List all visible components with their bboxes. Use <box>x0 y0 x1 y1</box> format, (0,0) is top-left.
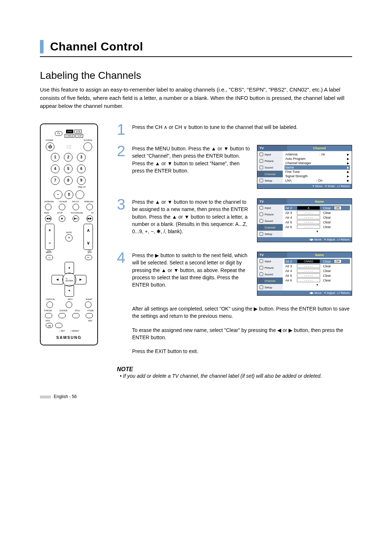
lbl-mute: MUTE <box>66 232 72 234</box>
lbl-still: STILL <box>75 310 80 312</box>
num-6: 6 <box>77 165 86 173</box>
n2-r0-val: CNN02 <box>297 259 320 263</box>
side-channel: Channel <box>265 279 275 283</box>
stop-button: ■ <box>59 215 65 222</box>
side-input: Input <box>265 153 271 156</box>
mute-button: ✕ <box>65 234 73 242</box>
osd-channel-main: Antenna: Air▶ Auto Program▶ Channel Mana… <box>283 151 352 184</box>
n2-r1-val: - - - - - <box>297 264 320 268</box>
lbl-play: PLAY/PAUSE <box>71 212 83 214</box>
row-autop: Auto Program <box>285 157 306 161</box>
step-3-text: Press the ▲ or ▼ button to move to the c… <box>132 198 250 235</box>
input-icon <box>260 206 263 210</box>
brand-logo: SAMSUNG <box>44 336 94 340</box>
sound-icon <box>260 166 263 169</box>
prech-button <box>75 190 84 199</box>
step-1-number: 1 <box>117 123 126 136</box>
after-text-3: Press the EXIT button to exit. <box>132 348 352 355</box>
side-picture: Picture <box>265 266 274 269</box>
exit-button: ⇤ <box>85 255 92 260</box>
osd-name-2: TVName Input Picture Sound Channel Setup… <box>257 252 352 296</box>
lbl-menu: MENU <box>46 252 52 254</box>
osd-sidebar-3: Input Picture Sound Channel Setup <box>257 258 283 291</box>
row-antenna: Antenna <box>285 153 298 156</box>
input-icon <box>260 259 263 263</box>
lbl-info: INFO <box>68 299 73 301</box>
ff-button: ▶▶ <box>86 215 93 222</box>
lbl-rew: REW <box>44 212 49 214</box>
osd-sidebar-2: Input Picture Sound Channel Setup <box>257 204 283 237</box>
page-title: Channel Control <box>50 40 143 53</box>
play-button: ▶II <box>73 215 79 222</box>
remote-tv: TV <box>55 131 62 136</box>
menu-button: ▭ <box>46 255 53 260</box>
step-3-number: 3 <box>117 198 126 211</box>
osd-name1-foot: ◀▶ Move✦ Adjust⮐ Return <box>257 237 352 242</box>
lbl-smode: S.MODE <box>60 310 68 312</box>
lbl-exit: EXIT <box>88 252 92 254</box>
sound-icon <box>260 272 263 276</box>
side-setup: Setup <box>265 179 272 182</box>
num-7: 7 <box>51 176 60 185</box>
osd-name2-main: Air 2CNN02ClearOK Air 3- - - - -Clear Ai… <box>283 258 352 291</box>
osd-channel-title: Channel <box>287 145 352 151</box>
n2-r1-clear: Clear <box>322 264 332 268</box>
lbl-mts: MTS <box>46 320 50 322</box>
n1-r2-val: - - - - - <box>297 215 320 219</box>
lbl-favch: FAV.CH <box>72 201 79 203</box>
n2-r3-clear: Clear <box>322 274 332 277</box>
step-1-text: Press the CH ∧ or CH ∨ button to tune to… <box>132 123 352 131</box>
step-4: 4 Press the ▶ button to switch to the ne… <box>117 252 352 296</box>
osd-tv-2: TV <box>257 199 287 204</box>
side-input: Input <box>265 206 271 210</box>
n1-r2-ch: Air 4 <box>285 216 295 219</box>
side-setup: Setup <box>265 286 272 289</box>
srs-button <box>55 323 62 328</box>
picture-icon <box>260 159 263 163</box>
lbl-prech: PRE-CH <box>44 186 94 189</box>
step-2: 2 Press the MENU button. Press the ▲ or … <box>117 145 352 189</box>
lbl-reset: ○ RESET <box>70 330 79 332</box>
lbl-source: SOURCE <box>83 139 92 142</box>
row-name: Name <box>285 166 294 169</box>
row-finetune: Fine Tune <box>285 170 300 174</box>
n1-r3-val: - - - - - <box>297 220 320 224</box>
n1-r0-val: A <box>297 206 320 210</box>
n1-r0-ok: OK <box>334 206 342 210</box>
n1-r3-clear: Clear <box>322 220 332 224</box>
title-bar: Channel Control <box>40 40 352 57</box>
side-sound: Sound <box>265 219 273 223</box>
pmode-button <box>45 313 52 318</box>
row-chmgr: Channel Manager <box>285 161 311 165</box>
channel-icon <box>260 172 263 176</box>
dpad-enter: ⊙ENTER <box>62 273 76 287</box>
num-3: 3 <box>77 153 86 162</box>
footer-bar-icon <box>40 396 51 398</box>
caption-button <box>46 301 53 308</box>
note-heading: NOTE <box>117 366 352 373</box>
side-picture: Picture <box>265 213 274 216</box>
lbl-pmode: P.MODE <box>44 310 52 312</box>
section-title: Labeling the Channels <box>40 70 352 81</box>
picture-icon <box>260 212 263 216</box>
step-2-number: 2 <box>117 145 126 157</box>
n2-r3-val: - - - - - <box>297 273 320 277</box>
n1-r1-clear: Clear <box>322 211 332 215</box>
n2-r2-val: - - - - - <box>297 269 320 273</box>
n1-r1-val: - - - - - <box>297 211 320 215</box>
rew-button: ◀◀ <box>45 215 52 222</box>
intro-text: Use this feature to assign an easy-to-re… <box>40 86 352 110</box>
smode-button <box>58 313 66 318</box>
osd-tv: TV <box>257 145 287 151</box>
remote-control: TV DVD STB CABLE VCR POWERSOURCE ⏻ <box>40 123 98 346</box>
num-1: 1 <box>51 153 60 162</box>
chmgr-button <box>59 204 65 210</box>
n2-r1-ch: Air 3 <box>285 264 295 268</box>
n2-r4-val: - - - - - <box>297 278 320 282</box>
antenna-button <box>45 204 52 210</box>
row-lna-val: : On <box>316 179 322 182</box>
psize-button <box>86 313 93 318</box>
n1-r4-val: - - - - - <box>297 225 320 229</box>
num-2: 2 <box>64 153 73 162</box>
lbl-ff: FF <box>91 212 94 214</box>
